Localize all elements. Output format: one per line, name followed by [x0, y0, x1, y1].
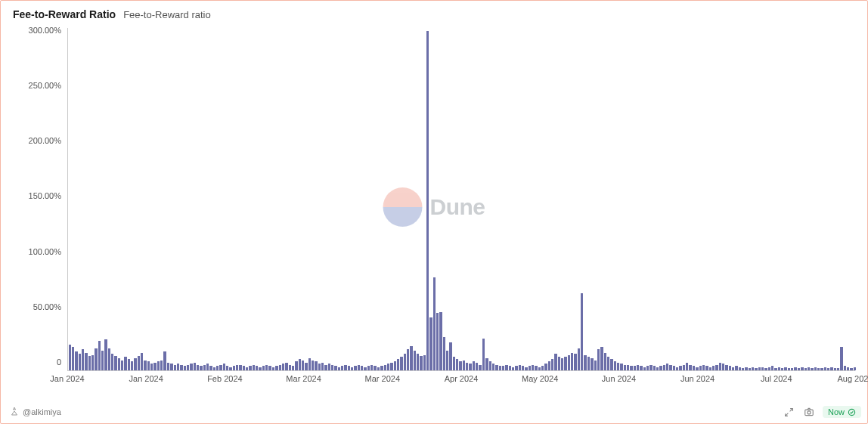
bar[interactable] [259, 367, 261, 370]
bar[interactable] [226, 366, 228, 370]
bar[interactable] [587, 357, 590, 370]
bar[interactable] [784, 367, 786, 370]
bar[interactable] [788, 368, 790, 370]
bar[interactable] [817, 368, 820, 370]
bar[interactable] [600, 347, 603, 370]
bar[interactable] [394, 361, 396, 370]
bar[interactable] [476, 363, 478, 370]
bar[interactable] [131, 361, 133, 370]
bar[interactable] [163, 351, 166, 370]
refresh-status[interactable]: Now [823, 406, 861, 418]
bar[interactable] [745, 367, 747, 370]
bar[interactable] [433, 277, 436, 370]
bar[interactable] [686, 363, 688, 370]
bar[interactable] [236, 365, 238, 370]
bar[interactable] [147, 361, 150, 370]
bar[interactable] [571, 353, 573, 370]
bar[interactable] [265, 365, 268, 370]
bar[interactable] [532, 365, 534, 370]
bar[interactable] [209, 366, 212, 370]
bar[interactable] [72, 347, 74, 370]
bar[interactable] [564, 357, 566, 370]
bar[interactable] [811, 368, 813, 370]
bar[interactable] [239, 365, 241, 370]
bar[interactable] [361, 366, 363, 370]
bar[interactable] [725, 365, 727, 370]
bar[interactable] [624, 365, 626, 370]
bar[interactable] [742, 368, 744, 370]
bar[interactable] [712, 366, 715, 370]
bar[interactable] [75, 351, 77, 370]
bar[interactable] [446, 351, 448, 370]
bar[interactable] [213, 367, 215, 370]
bar[interactable] [459, 361, 461, 370]
bar[interactable] [568, 355, 570, 370]
bar[interactable] [469, 364, 471, 370]
chart-area[interactable]: Dune 050.00%100.00%150.00%200.00%250.00%… [7, 22, 861, 392]
author-link[interactable]: @alkimiya [7, 407, 61, 417]
bar[interactable] [561, 358, 563, 370]
bar[interactable] [791, 368, 793, 370]
bar[interactable] [206, 364, 209, 370]
bar[interactable] [249, 366, 251, 370]
bar[interactable] [610, 359, 612, 370]
bar[interactable] [312, 361, 314, 370]
bar[interactable] [722, 364, 724, 370]
bar[interactable] [485, 358, 488, 370]
bar[interactable] [354, 366, 356, 370]
bar[interactable] [351, 367, 353, 370]
bar[interactable] [492, 364, 494, 370]
bar[interactable] [649, 365, 652, 370]
bar[interactable] [673, 366, 675, 370]
bar[interactable] [456, 359, 458, 370]
bar[interactable] [594, 361, 597, 370]
bar[interactable] [525, 367, 527, 370]
bar[interactable] [118, 358, 120, 370]
bar[interactable] [719, 363, 721, 370]
bar[interactable] [676, 367, 678, 370]
bar[interactable] [180, 365, 182, 370]
bar[interactable] [522, 366, 524, 370]
bar[interactable] [95, 348, 97, 370]
bar[interactable] [715, 365, 718, 370]
bar[interactable] [578, 348, 580, 370]
bar[interactable] [423, 355, 426, 370]
bar[interactable] [160, 361, 163, 370]
bar[interactable] [341, 366, 343, 370]
bar[interactable] [798, 368, 800, 370]
bar[interactable] [321, 363, 324, 370]
bar[interactable] [449, 342, 451, 370]
bar[interactable] [157, 361, 160, 370]
bar[interactable] [804, 368, 807, 370]
bar[interactable] [272, 367, 274, 370]
bar[interactable] [121, 361, 123, 370]
bar[interactable] [167, 363, 169, 370]
bar[interactable] [544, 364, 547, 370]
bar[interactable] [380, 366, 383, 370]
bar[interactable] [502, 366, 504, 370]
bar[interactable] [216, 366, 219, 370]
bar[interactable] [436, 313, 439, 370]
bar[interactable] [233, 366, 235, 370]
bar[interactable] [627, 365, 629, 370]
bar[interactable] [200, 366, 202, 370]
bar[interactable] [538, 367, 541, 370]
bar[interactable] [604, 353, 606, 370]
bar[interactable] [696, 367, 698, 370]
bar[interactable] [174, 365, 176, 370]
bar[interactable] [279, 365, 281, 370]
bar[interactable] [755, 368, 757, 370]
bar[interactable] [79, 354, 81, 370]
bar[interactable] [414, 351, 416, 370]
bar[interactable] [387, 364, 389, 370]
bar[interactable] [850, 368, 852, 370]
bar[interactable] [646, 366, 649, 370]
bar[interactable] [854, 367, 856, 370]
bar[interactable] [367, 366, 370, 370]
bar[interactable] [344, 365, 346, 370]
bar[interactable] [282, 364, 284, 370]
bar[interactable] [548, 361, 550, 370]
bar[interactable] [439, 312, 442, 370]
bar[interactable] [324, 365, 327, 370]
bar[interactable] [144, 361, 146, 370]
